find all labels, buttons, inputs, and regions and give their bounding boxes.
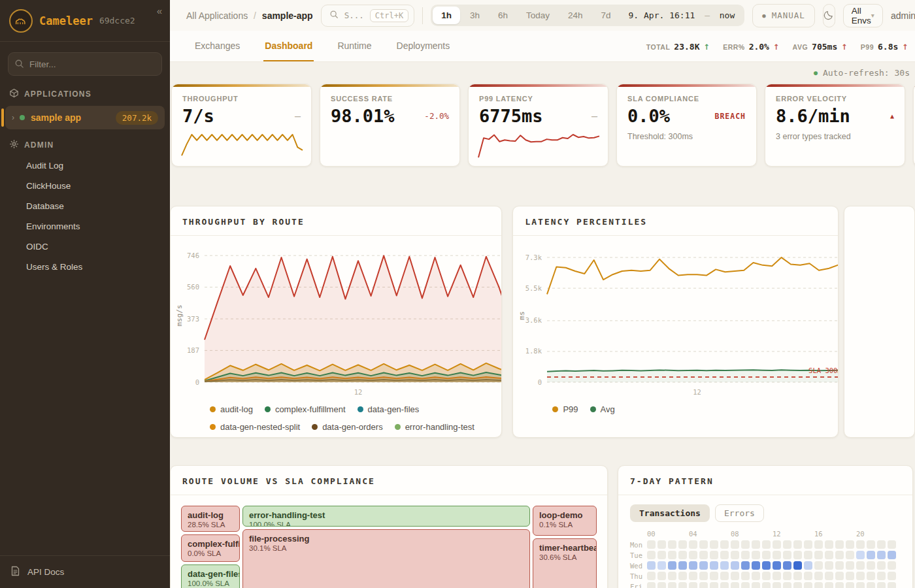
heatmap-cell[interactable] <box>814 582 823 588</box>
treemap-cell-file-processing[interactable]: file-processing30.1% SLA <box>242 529 530 588</box>
sidebar-item-database[interactable]: Database <box>0 196 170 216</box>
heatmap-cell[interactable] <box>689 582 697 588</box>
heatmap-cell[interactable] <box>752 540 760 549</box>
heatmap-cell[interactable] <box>689 551 697 559</box>
heatmap-cell[interactable] <box>856 561 865 570</box>
heatmap-cell[interactable] <box>804 540 812 549</box>
time-range-today[interactable]: Today <box>518 7 558 24</box>
heatmap-cell[interactable] <box>804 551 812 559</box>
heatmap-cell[interactable] <box>814 540 823 549</box>
heatmap-cell[interactable] <box>752 561 760 570</box>
heatmap-cell[interactable] <box>668 540 676 549</box>
breadcrumb[interactable]: All Applications / sample-app <box>186 10 313 21</box>
heatmap-cell[interactable] <box>773 551 781 559</box>
heatmap-cell[interactable] <box>731 572 739 580</box>
heatmap-cell[interactable] <box>877 572 886 580</box>
heatmap-cell[interactable] <box>741 561 750 570</box>
heatmap-cell[interactable] <box>773 540 781 549</box>
heatmap-cell[interactable] <box>689 561 697 570</box>
heatmap-cell[interactable] <box>783 582 791 588</box>
heatmap-cell[interactable] <box>699 572 708 580</box>
heatmap-cell[interactable] <box>856 551 865 559</box>
heatmap-cell[interactable] <box>793 551 802 559</box>
heatmap-cell[interactable] <box>678 551 687 559</box>
heatmap-cell[interactable] <box>888 551 896 559</box>
legend-item-data-gen-files[interactable]: data-gen-files <box>358 404 420 414</box>
heatmap-cell[interactable] <box>678 540 687 549</box>
heatmap-cell[interactable] <box>835 551 844 559</box>
heatmap-cell[interactable] <box>867 540 875 549</box>
toggle-transactions[interactable]: Transactions <box>630 504 710 522</box>
user-menu[interactable]: admin <box>891 10 915 21</box>
legend-item-complex-fulfillment[interactable]: complex-fulfillment <box>265 404 346 414</box>
heatmap-cell[interactable] <box>793 540 802 549</box>
treemap-cell-data-gen-files[interactable]: data-gen-files100.0% SLA <box>181 564 240 588</box>
heatmap-cell[interactable] <box>814 551 823 559</box>
sidebar-item-audit-log[interactable]: Audit Log <box>0 155 170 176</box>
collapse-sidebar-icon[interactable]: « <box>157 5 162 16</box>
heatmap-cell[interactable] <box>888 540 896 549</box>
heatmap-cell[interactable] <box>835 561 844 570</box>
time-range-1h[interactable]: 1h <box>433 7 460 24</box>
heatmap-cell[interactable] <box>888 582 896 588</box>
heatmap-cell[interactable] <box>867 572 875 580</box>
heatmap-cell[interactable] <box>668 572 676 580</box>
heatmap-cell[interactable] <box>867 561 875 570</box>
heatmap-cell[interactable] <box>731 561 739 570</box>
heatmap-cell[interactable] <box>793 582 802 588</box>
treemap-cell-loop-demo[interactable]: loop-demo0.1% SLA <box>533 506 597 536</box>
heatmap-cell[interactable] <box>710 561 718 570</box>
heatmap-cell[interactable] <box>699 540 708 549</box>
heatmap-cell[interactable] <box>668 582 676 588</box>
heatmap-cell[interactable] <box>710 572 718 580</box>
heatmap-cell[interactable] <box>814 561 823 570</box>
heatmap-cell[interactable] <box>846 540 854 549</box>
heatmap-cell[interactable] <box>804 561 812 570</box>
sidebar-item-clickhouse[interactable]: ClickHouse <box>0 176 170 196</box>
heatmap-cell[interactable] <box>699 551 708 559</box>
heatmap-cell[interactable] <box>877 551 886 559</box>
sidebar-item-sample-app[interactable]: › sample app 207.2k <box>5 106 165 129</box>
heatmap-cell[interactable] <box>710 582 718 588</box>
heatmap-cell[interactable] <box>647 540 656 549</box>
heatmap-cell[interactable] <box>793 561 802 570</box>
env-select[interactable]: All Envs ▾ <box>843 4 883 27</box>
heatmap-cell[interactable] <box>678 561 687 570</box>
heatmap-cell[interactable] <box>731 551 739 559</box>
heatmap-cell[interactable] <box>867 551 875 559</box>
heatmap-cell[interactable] <box>846 582 854 588</box>
manual-mode-button[interactable]: ● MANUAL <box>752 4 815 27</box>
toggle-errors[interactable]: Errors <box>715 504 764 522</box>
heatmap-cell[interactable] <box>647 551 656 559</box>
tab-deployments[interactable]: Deployments <box>395 31 452 61</box>
heatmap-cell[interactable] <box>773 572 781 580</box>
heatmap-cell[interactable] <box>814 572 823 580</box>
heatmap-cell[interactable] <box>804 582 812 588</box>
heatmap-cell[interactable] <box>762 540 771 549</box>
heatmap-cell[interactable] <box>657 582 666 588</box>
heatmap-cell[interactable] <box>856 540 865 549</box>
legend-item-error-handling-test[interactable]: error-handling-test <box>395 422 474 432</box>
throughput-chart[interactable]: 01873735607461224msg/s <box>175 240 496 402</box>
heatmap-cell[interactable] <box>877 561 886 570</box>
tab-exchanges[interactable]: Exchanges <box>193 31 241 61</box>
heatmap-cell[interactable] <box>783 572 791 580</box>
global-search-button[interactable]: S... Ctrl+K <box>321 5 414 27</box>
heatmap-cell[interactable] <box>825 551 833 559</box>
latency-chart[interactable]: 01.8k3.6k5.5k7.3k1224msSLA 300ms <box>517 240 832 402</box>
heatmap-cell[interactable] <box>846 561 854 570</box>
sidebar-item-api-docs[interactable]: API Docs <box>0 555 170 588</box>
heatmap-cell[interactable] <box>783 561 791 570</box>
heatmap-cell[interactable] <box>752 551 760 559</box>
heatmap-cell[interactable] <box>835 582 844 588</box>
heatmap-cell[interactable] <box>752 582 760 588</box>
heatmap-cell[interactable] <box>867 582 875 588</box>
heatmap-cell[interactable] <box>762 582 771 588</box>
sidebar-item-oidc[interactable]: OIDC <box>0 237 170 257</box>
heatmap-cell[interactable] <box>731 540 739 549</box>
time-range-24h[interactable]: 24h <box>559 7 591 24</box>
heatmap-cell[interactable] <box>720 582 729 588</box>
heatmap-cell[interactable] <box>825 582 833 588</box>
heatmap-cell[interactable] <box>741 582 750 588</box>
heatmap-cell[interactable] <box>647 561 656 570</box>
